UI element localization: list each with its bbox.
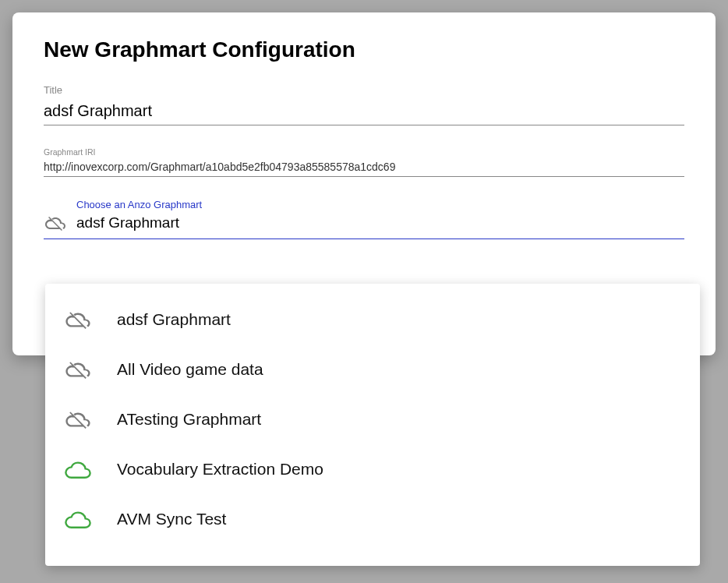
dropdown-option-label: ATesting Graphmart: [117, 410, 261, 429]
iri-field: Graphmart IRI: [44, 147, 684, 177]
combobox-label: Choose an Anzo Graphmart: [76, 199, 684, 210]
dropdown-option-label: All Video game data: [117, 360, 263, 379]
dropdown-option-label: AVM Sync Test: [117, 510, 226, 528]
modal-title: New Graphmart Configuration: [44, 37, 684, 62]
combobox-row[interactable]: [44, 214, 684, 239]
graphmart-combobox[interactable]: Choose an Anzo Graphmart: [44, 199, 684, 239]
dropdown-option[interactable]: ATesting Graphmart: [45, 394, 700, 444]
title-label: Title: [44, 84, 684, 96]
title-input[interactable]: [44, 99, 684, 125]
dropdown-option[interactable]: AVM Sync Test: [45, 494, 700, 544]
combobox-input[interactable]: [76, 214, 684, 231]
iri-label: Graphmart IRI: [44, 147, 684, 157]
cloud-icon: [64, 458, 92, 480]
cloud-icon: [64, 508, 92, 530]
cloud-off-icon: [44, 214, 67, 232]
dropdown-option-label: adsf Graphmart: [117, 310, 231, 329]
dropdown-option-label: Vocabulary Extraction Demo: [117, 460, 323, 479]
cloud-off-icon: [64, 408, 92, 430]
cloud-off-icon: [64, 359, 92, 380]
graphmart-dropdown: adsf Graphmart All Video game data ATest…: [45, 284, 700, 566]
title-field: Title: [44, 84, 684, 125]
cloud-off-icon: [64, 309, 92, 330]
iri-input[interactable]: [44, 160, 684, 177]
dropdown-option[interactable]: All Video game data: [45, 344, 700, 394]
dropdown-option[interactable]: adsf Graphmart: [45, 295, 700, 344]
dropdown-option[interactable]: Vocabulary Extraction Demo: [45, 444, 700, 494]
